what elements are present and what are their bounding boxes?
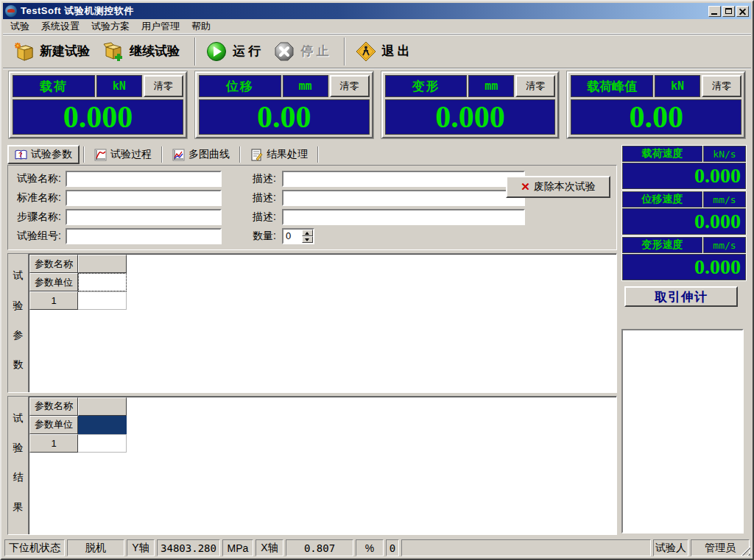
test-info-form: 试验名称: 描述: 标准名称: 描述: 步骤名称: 描述: — [7, 165, 617, 250]
menu-user-management[interactable]: 用户管理 — [135, 18, 186, 35]
quantity-value[interactable] — [283, 230, 302, 243]
status-message — [401, 539, 651, 556]
toolbar-separator — [344, 38, 345, 65]
load-speed-label: 载荷速度 — [622, 146, 702, 162]
standard-name-input[interactable] — [66, 190, 222, 206]
result-row-1-header[interactable]: 1 — [29, 434, 78, 453]
side-char: 试 — [13, 412, 24, 425]
test-name-input[interactable] — [66, 171, 222, 187]
quantity-label: 数量: — [253, 230, 282, 243]
step-desc-input[interactable] — [282, 209, 525, 225]
continue-test-label: 继续试验 — [130, 43, 180, 60]
standard-desc-input[interactable] — [282, 190, 525, 206]
load-speed-unit: kN/s — [703, 146, 746, 162]
param-unit-header[interactable]: 参数单位 — [29, 273, 78, 291]
extensometer-button[interactable]: 取引伸计 — [624, 286, 738, 307]
clear-load-button[interactable]: 清零 — [144, 75, 183, 97]
displacement-unit: mm — [283, 75, 328, 97]
standard-desc-label: 描述: — [253, 191, 282, 205]
test-results-side-label: 试 验 结 果 — [8, 397, 29, 535]
tab-test-process[interactable]: 试验过程 — [88, 145, 158, 164]
displacement-value: 0.00 — [199, 99, 370, 135]
clear-peak-load-button[interactable]: 清零 — [702, 75, 741, 97]
toolbar-separator — [194, 38, 196, 65]
menu-help[interactable]: 帮助 — [186, 18, 216, 35]
new-test-icon — [13, 41, 34, 62]
test-results-grid[interactable]: 参数名称 参数单位 1 — [29, 397, 616, 535]
step-name-label: 步骤名称: — [17, 210, 66, 224]
deformation-speed-value: 0.000 — [622, 254, 746, 280]
result-row-1-cell[interactable] — [78, 434, 127, 453]
result-unit-header[interactable]: 参数单位 — [29, 416, 78, 434]
test-name-desc-input[interactable] — [282, 171, 525, 187]
menu-test-scheme[interactable]: 试验方案 — [85, 18, 135, 35]
tab-test-process-label: 试验过程 — [110, 148, 152, 161]
clear-displacement-button[interactable]: 清零 — [330, 75, 370, 97]
discard-test-label: 废除本次试验 — [534, 180, 596, 194]
svg-text:?: ? — [18, 151, 23, 158]
minimize-button[interactable] — [708, 6, 721, 17]
spin-down-icon[interactable] — [302, 236, 313, 243]
exit-label: 退 出 — [382, 43, 410, 60]
multi-curves-tab-icon — [172, 149, 185, 161]
test-group-input[interactable] — [66, 228, 222, 244]
tab-results-label: 结果处理 — [267, 148, 308, 161]
tab-separator — [239, 146, 241, 163]
param-column-header[interactable] — [78, 255, 127, 273]
run-button[interactable]: 运 行 — [202, 39, 269, 64]
status-offline-value: 脱机 — [67, 539, 124, 556]
row-1-header[interactable]: 1 — [29, 291, 78, 310]
measurement-displays: 载荷 kN 清零 0.000 位移 mm 清零 0.00 变形 mm 清零 0.… — [3, 68, 751, 143]
message-listbox[interactable] — [621, 329, 744, 534]
status-y-axis-value: 34803.280 — [157, 539, 220, 556]
spin-up-icon[interactable] — [302, 230, 313, 236]
discard-test-button[interactable]: ✕ 废除本次试验 — [506, 176, 610, 198]
tab-separator — [161, 146, 163, 163]
test-process-tab-icon — [94, 149, 107, 161]
run-icon — [206, 41, 227, 62]
status-bar: 下位机状态 脱机 Y轴 34803.280 MPa X轴 0.807 % 0 试… — [3, 538, 751, 557]
test-params-grid[interactable]: 参数名称 参数单位 1 — [29, 254, 616, 392]
speed-sidebar: 载荷速度 kN/s 0.000 位移速度 mm/s 0.000 变形速度 mm/… — [621, 144, 747, 535]
deformation-value: 0.000 — [385, 99, 556, 135]
clear-deformation-button[interactable]: 清零 — [515, 75, 555, 97]
exit-button[interactable]: 退 出 — [351, 39, 419, 64]
continue-test-button[interactable]: 继续试验 — [99, 39, 188, 64]
tab-results[interactable]: 结果处理 — [244, 145, 314, 164]
status-x-axis-value: 0.807 — [286, 539, 353, 556]
test-results-grid-panel: 试 验 结 果 参数名称 参数单位 1 — [7, 396, 617, 536]
test-params-tab-icon: ? — [15, 149, 27, 161]
window-title: TestSoft 试验机测控软件 — [21, 4, 134, 18]
param-name-header[interactable]: 参数名称 — [29, 255, 78, 273]
row-1-cell[interactable] — [78, 291, 127, 310]
new-test-button[interactable]: 新建试验 — [9, 39, 99, 64]
side-char: 验 — [13, 442, 24, 455]
tab-separator — [317, 146, 319, 163]
displacement-display-panel: 位移 mm 清零 0.00 — [195, 71, 373, 138]
side-char: 参 — [13, 329, 24, 342]
result-name-header[interactable]: 参数名称 — [29, 397, 78, 416]
tab-test-params[interactable]: ? 试验参数 — [7, 145, 80, 164]
app-icon — [5, 5, 17, 17]
tab-multi-curves[interactable]: 多图曲线 — [166, 145, 236, 164]
close-button[interactable] — [736, 6, 749, 17]
quantity-stepper[interactable] — [282, 228, 314, 244]
peak-load-unit: kN — [655, 75, 700, 97]
peak-load-value: 0.00 — [571, 99, 741, 135]
param-unit-cell[interactable] — [78, 273, 127, 291]
menu-system-settings[interactable]: 系统设置 — [35, 18, 85, 35]
deformation-speed-panel: 变形速度 mm/s 0.000 — [621, 236, 747, 281]
stop-button[interactable]: 停 止 — [269, 39, 337, 64]
results-tab-icon — [250, 149, 263, 161]
result-column-header[interactable] — [78, 397, 127, 416]
table-row: 1 — [29, 434, 616, 453]
continue-test-icon — [103, 41, 124, 62]
title-bar: TestSoft 试验机测控软件 — [3, 3, 751, 19]
result-unit-cell-selected[interactable] — [78, 416, 127, 434]
deformation-unit: mm — [468, 75, 514, 97]
tab-strip: ? 试验参数 试验过程 — [7, 144, 617, 165]
maximize-button[interactable] — [722, 6, 735, 17]
test-params-side-label: 试 验 参 数 — [8, 254, 29, 392]
step-name-input[interactable] — [66, 209, 222, 225]
menu-test[interactable]: 试验 — [4, 18, 35, 35]
